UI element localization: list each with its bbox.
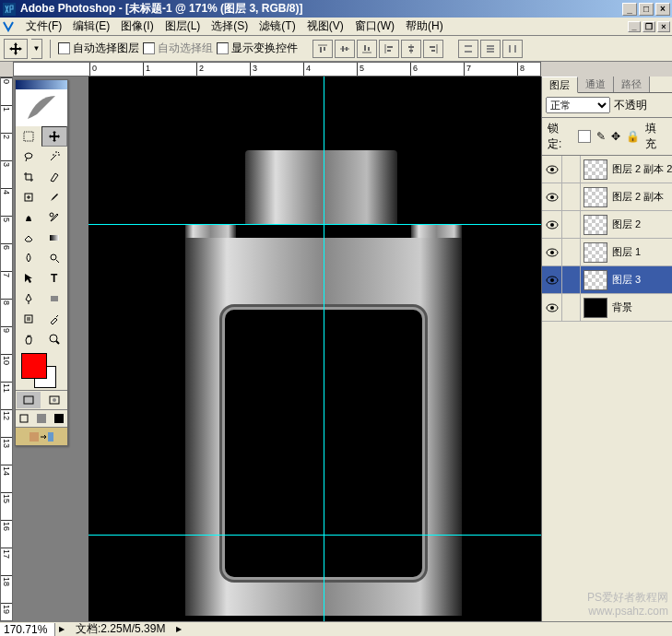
gradient-tool[interactable]	[41, 228, 67, 248]
menu-select[interactable]: 选择(S)	[206, 17, 253, 36]
visibility-toggle[interactable]	[542, 156, 562, 183]
align-right-button[interactable]	[423, 40, 443, 58]
link-toggle[interactable]	[562, 266, 581, 293]
doc-minimize-button[interactable]: _	[628, 21, 641, 32]
healing-brush-tool[interactable]	[16, 187, 41, 207]
rectangular-marquee-tool[interactable]	[16, 126, 41, 147]
notes-tool[interactable]	[16, 309, 41, 329]
checkbox-icon[interactable]	[217, 42, 229, 54]
zoom-tool[interactable]	[41, 329, 67, 349]
layer-thumbnail[interactable]	[584, 215, 607, 235]
slice-tool[interactable]	[41, 167, 67, 187]
blur-tool[interactable]	[16, 248, 41, 268]
type-tool[interactable]: T	[41, 268, 67, 289]
layer-name[interactable]: 图层 2	[610, 218, 672, 231]
link-toggle[interactable]	[562, 239, 581, 265]
menu-help[interactable]: 帮助(H)	[400, 17, 449, 36]
status-dropdown-arrow-icon[interactable]: ▶	[172, 625, 185, 633]
layer-thumbnail[interactable]	[584, 159, 607, 180]
visibility-toggle[interactable]	[542, 211, 562, 238]
minimize-button[interactable]: _	[622, 3, 637, 16]
layer-thumbnail[interactable]	[584, 270, 607, 290]
layers-tab[interactable]: 图层	[542, 77, 578, 93]
layer-thumbnail[interactable]	[584, 298, 607, 318]
align-bottom-button[interactable]	[357, 40, 377, 58]
align-top-button[interactable]	[312, 40, 333, 58]
menu-window[interactable]: 窗口(W)	[349, 17, 400, 36]
jump-to-imageready-button[interactable]	[16, 427, 67, 445]
layer-name[interactable]: 图层 1	[610, 245, 672, 259]
layer-name[interactable]: 图层 2 副本 2	[610, 162, 672, 176]
menu-view[interactable]: 视图(V)	[301, 17, 349, 36]
layer-thumbnail[interactable]	[584, 187, 607, 207]
layer-row[interactable]: 背景	[542, 294, 672, 322]
dodge-tool[interactable]	[41, 248, 67, 268]
align-hcenter-button[interactable]	[401, 40, 421, 58]
layer-name[interactable]: 图层 2 副本	[610, 190, 672, 204]
eyedropper-tool[interactable]	[41, 309, 67, 329]
maximize-button[interactable]: □	[639, 3, 654, 16]
show-transform-option[interactable]: 显示变换控件	[217, 41, 298, 56]
path-selection-tool[interactable]	[16, 268, 41, 289]
move-tool-icon[interactable]	[4, 39, 28, 59]
menu-layer[interactable]: 图层(L)	[159, 17, 206, 36]
menu-filter[interactable]: 滤镜(T)	[253, 17, 301, 36]
paths-tab[interactable]: 路径	[614, 77, 650, 92]
history-brush-tool[interactable]	[41, 207, 67, 228]
layer-row[interactable]: 图层 2	[542, 211, 672, 239]
visibility-toggle[interactable]	[542, 294, 562, 321]
layer-name[interactable]: 图层 3	[610, 273, 672, 287]
hand-tool[interactable]	[16, 329, 41, 349]
status-menu-arrow-icon[interactable]: ▶	[55, 625, 68, 633]
rectangle-tool[interactable]	[41, 289, 67, 309]
link-toggle[interactable]	[562, 211, 581, 238]
lock-transparency-button[interactable]	[578, 130, 591, 143]
toolbox-header[interactable]	[16, 80, 67, 89]
brush-tool[interactable]	[41, 187, 67, 207]
close-button[interactable]: ×	[655, 3, 670, 16]
layer-thumbnail[interactable]	[584, 242, 607, 263]
blend-mode-select[interactable]: 正常	[546, 97, 610, 113]
screen-standard-button[interactable]	[16, 410, 33, 427]
menu-edit[interactable]: 编辑(E)	[67, 17, 115, 36]
vertical-guide[interactable]	[324, 77, 324, 621]
horizontal-guide[interactable]	[88, 535, 541, 536]
link-toggle[interactable]	[562, 156, 581, 183]
visibility-toggle[interactable]	[542, 266, 562, 293]
menu-file[interactable]: 文件(F)	[20, 17, 67, 36]
distribute-button-3[interactable]	[502, 40, 523, 58]
move-tool[interactable]	[41, 126, 67, 147]
vertical-ruler[interactable]: 0 1 2 3 4 5 6 7 8 9 10 11 12 13 14 15 16…	[0, 77, 13, 621]
doc-close-button[interactable]: ×	[657, 21, 670, 32]
layer-name[interactable]: 背景	[610, 300, 672, 314]
pen-tool[interactable]	[16, 289, 41, 309]
canvas-area[interactable]	[13, 77, 541, 621]
screen-full-menubar-button[interactable]	[33, 410, 51, 427]
clone-stamp-tool[interactable]	[16, 207, 41, 228]
lock-all-icon[interactable]: 🔒	[626, 130, 640, 143]
lock-brush-icon[interactable]: ✎	[596, 130, 606, 143]
auto-select-layer-option[interactable]: 自动选择图层	[58, 41, 139, 56]
layer-row[interactable]: 图层 2 副本	[542, 183, 672, 211]
zoom-level-field[interactable]: 170.71%	[0, 623, 55, 636]
distribute-button-2[interactable]	[480, 40, 501, 58]
foreground-color-swatch[interactable]	[21, 353, 47, 379]
align-vcenter-button[interactable]	[335, 40, 355, 58]
tool-preset-dropdown[interactable]: ▼	[31, 39, 42, 59]
standard-mode-button[interactable]	[16, 391, 41, 409]
document-canvas[interactable]	[88, 77, 541, 621]
channels-tab[interactable]: 通道	[578, 77, 614, 92]
magic-wand-tool[interactable]	[41, 147, 67, 167]
quickmask-mode-button[interactable]	[41, 391, 67, 409]
screen-full-button[interactable]	[50, 410, 67, 427]
visibility-toggle[interactable]	[542, 239, 562, 265]
toolbox[interactable]: T	[15, 79, 68, 446]
layer-row[interactable]: 图层 1	[542, 239, 672, 266]
visibility-toggle[interactable]	[542, 183, 562, 210]
align-left-button[interactable]	[379, 40, 399, 58]
link-toggle[interactable]	[562, 183, 581, 210]
layer-row[interactable]: 图层 2 副本 2	[542, 156, 672, 183]
horizontal-ruler[interactable]: 0 1 2 3 4 5 6 7 8	[13, 62, 541, 77]
lock-move-icon[interactable]: ✥	[611, 130, 620, 143]
menu-image[interactable]: 图像(I)	[115, 17, 159, 36]
